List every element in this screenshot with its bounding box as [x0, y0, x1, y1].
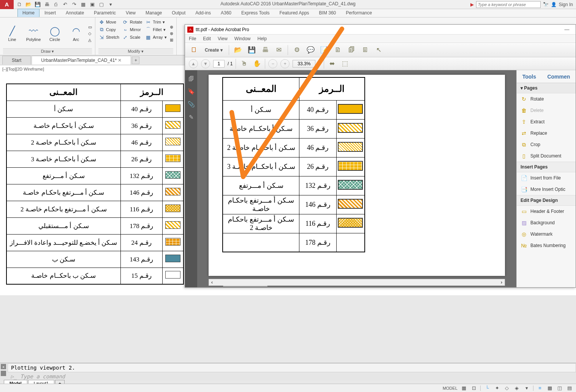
- command-input[interactable]: Type a command: [20, 373, 65, 379]
- rp-tab-tools[interactable]: Tools: [522, 74, 536, 80]
- qat-misc2-icon[interactable]: ▣: [89, 1, 96, 8]
- ribbon-tab-bim360[interactable]: BIM 360: [314, 9, 341, 17]
- tb-action2-icon[interactable]: 🗐: [347, 45, 356, 55]
- file-tab-start[interactable]: Start: [2, 56, 31, 65]
- h-scrollbar[interactable]: ‹ ›: [209, 279, 505, 286]
- file-tab-document[interactable]: UrbanMasterPlanTemplate_CAD_41* ✕: [32, 56, 131, 65]
- tb-email-icon[interactable]: ✉: [274, 45, 284, 55]
- ribbon-tab-output[interactable]: Output: [167, 9, 190, 17]
- pages-split[interactable]: ▯Split Document: [517, 150, 576, 162]
- qat-redo-icon[interactable]: ↷: [71, 1, 78, 8]
- ribbon-tab-parametric[interactable]: Parametric: [89, 9, 121, 17]
- menu-view[interactable]: View: [218, 36, 228, 41]
- binoculars-icon[interactable]: 🔭: [543, 2, 549, 7]
- sb-lineweight-icon[interactable]: ≡: [536, 385, 543, 392]
- array-button[interactable]: ▦Array ▾: [145, 34, 166, 40]
- tb-gear-icon[interactable]: ⚙: [292, 45, 302, 55]
- sb-dropdown-icon[interactable]: ▾: [523, 385, 530, 392]
- viewport-label[interactable]: [–][Top][2D Wireframe]: [2, 67, 44, 71]
- cmdline-tool-icon[interactable]: [1, 371, 6, 376]
- pages-crop[interactable]: ⧉Crop: [517, 139, 576, 150]
- pages-rotate[interactable]: ↻Rotate: [517, 93, 576, 105]
- qat-misc1-icon[interactable]: ▦: [80, 1, 87, 8]
- user-icon[interactable]: 👤: [551, 2, 557, 7]
- minimize-button[interactable]: —: [560, 27, 573, 32]
- qat-saveas-icon[interactable]: 🖶: [43, 1, 50, 8]
- acrobat-document-area[interactable]: المعــنى الــرمز سـكن أرقـم 40سـكن أ باح…: [197, 70, 516, 287]
- qat-dropdown-icon[interactable]: ▾: [107, 1, 114, 8]
- zoom-level[interactable]: 33.3%: [293, 60, 315, 68]
- copy-button[interactable]: ⧉Copy: [98, 27, 119, 33]
- zoom-in-button[interactable]: +: [280, 59, 290, 68]
- trim-button[interactable]: ✂Trim ▾: [145, 19, 166, 25]
- ribbon-tab-home[interactable]: Home: [17, 9, 40, 17]
- create-button[interactable]: Create ▾: [203, 47, 225, 54]
- sign-in-button[interactable]: Sign In: [559, 2, 573, 7]
- scroll-right-icon[interactable]: ›: [498, 280, 505, 285]
- pdf-page[interactable]: المعــنى الــرمز سـكن أرقـم 40سـكن أ باح…: [209, 75, 505, 276]
- tb-action1-icon[interactable]: 🗎: [333, 45, 343, 55]
- cmdline-close-icon[interactable]: ✕: [1, 364, 6, 369]
- ribbon-tab-view[interactable]: View: [121, 9, 141, 17]
- nav-thumbnails-icon[interactable]: 🗐: [187, 75, 195, 82]
- insert-from-file[interactable]: 📄Insert from File: [517, 172, 576, 184]
- qat-plot-icon[interactable]: ⎙: [52, 1, 59, 8]
- polyline-button[interactable]: 〰Polyline: [24, 19, 43, 48]
- select-tool-icon[interactable]: 🖱: [239, 59, 249, 69]
- sb-grid-icon[interactable]: ▦: [460, 385, 467, 392]
- sb-transparency-icon[interactable]: ▩: [546, 385, 553, 392]
- tb-create-icon[interactable]: 🗌: [189, 45, 199, 55]
- watermark[interactable]: ◎Watermark: [517, 228, 576, 240]
- fillet-button[interactable]: ⌒Fillet ▾: [145, 27, 166, 33]
- panel-title-modify[interactable]: Modify ▾: [98, 48, 173, 54]
- tb-save-icon[interactable]: 💾: [247, 45, 256, 55]
- ribbon-tab-manage[interactable]: Manage: [141, 9, 167, 17]
- hand-tool-icon[interactable]: ✋: [252, 59, 262, 69]
- draw-extra1-icon[interactable]: ▭: [88, 25, 92, 30]
- tb-action3-icon[interactable]: 🗏: [360, 45, 370, 55]
- tb-comment-icon[interactable]: 💬: [305, 45, 315, 55]
- status-model[interactable]: MODEL: [443, 386, 457, 390]
- arc-button[interactable]: ◠Arc: [67, 19, 85, 48]
- sb-selection-icon[interactable]: ◫: [556, 385, 563, 392]
- sb-ortho-icon[interactable]: └: [484, 385, 491, 392]
- modify-extra1-icon[interactable]: ⊕: [170, 25, 173, 30]
- draw-extra2-icon[interactable]: ◇: [88, 31, 92, 36]
- qat-save-icon[interactable]: 💾: [34, 1, 41, 8]
- chevron-down-icon[interactable]: ▾: [521, 85, 524, 91]
- menu-help[interactable]: Help: [258, 36, 267, 41]
- nav-signatures-icon[interactable]: ✎: [187, 113, 195, 121]
- sb-osnap-icon[interactable]: ◇: [503, 385, 510, 392]
- fit-page-icon[interactable]: ⬚: [340, 59, 350, 69]
- nav-bookmarks-icon[interactable]: 🔖: [187, 88, 195, 95]
- scroll-left-icon[interactable]: ‹: [209, 280, 215, 285]
- nav-attachments-icon[interactable]: 📎: [187, 101, 195, 108]
- ribbon-tab-performance[interactable]: Performance: [341, 9, 377, 17]
- ribbon-tab-annotate[interactable]: Annotate: [61, 9, 89, 17]
- page-up-button[interactable]: ▲: [189, 59, 198, 68]
- modify-extra2-icon[interactable]: ⊗: [170, 31, 173, 36]
- acad-app-icon[interactable]: A: [0, 0, 14, 9]
- pages-replace[interactable]: ⇄Replace: [517, 128, 576, 139]
- tb-note-icon[interactable]: 📝: [319, 45, 329, 55]
- menu-file[interactable]: File: [189, 36, 196, 41]
- fit-width-icon[interactable]: ⬌: [327, 59, 337, 69]
- ribbon-tab-addins[interactable]: Add-ins: [190, 9, 216, 17]
- tb-print-icon[interactable]: 🖶: [260, 45, 270, 55]
- zoom-out-button[interactable]: −: [268, 59, 277, 68]
- infocenter-arrow-icon[interactable]: ▶: [470, 2, 474, 7]
- move-button[interactable]: ✥Move: [98, 19, 119, 25]
- ribbon-tab-featured[interactable]: Featured Apps: [275, 9, 314, 17]
- page-down-button[interactable]: ▼: [201, 59, 210, 68]
- sb-more-icon[interactable]: ▤: [566, 385, 573, 392]
- more-insert-options[interactable]: 📑More Insert Optic: [517, 184, 576, 195]
- modify-extra3-icon[interactable]: ⊞: [170, 38, 173, 43]
- qat-misc3-icon[interactable]: ▢: [98, 1, 105, 8]
- qat-open-icon[interactable]: 📂: [25, 1, 32, 8]
- rotate-button[interactable]: ⟳Rotate: [122, 19, 142, 25]
- close-tab-icon[interactable]: ✕: [118, 58, 122, 63]
- header-footer[interactable]: ▭Header & Footer: [517, 206, 576, 217]
- sb-polar-icon[interactable]: ✦: [494, 385, 500, 392]
- qat-undo-icon[interactable]: ↶: [62, 1, 68, 8]
- draw-extra3-icon[interactable]: ◬: [88, 38, 92, 43]
